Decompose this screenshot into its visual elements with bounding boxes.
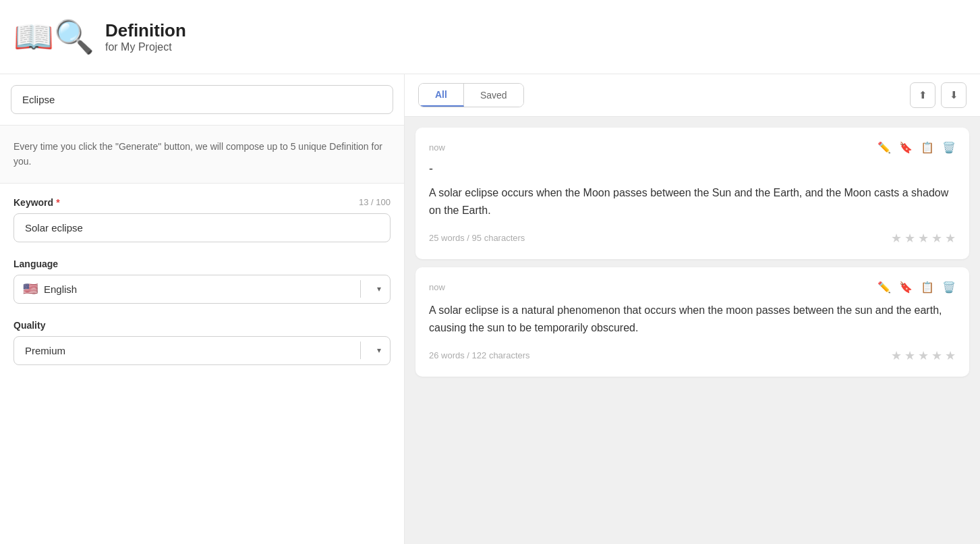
- results-list: now ✏️ 🔖 📋 🗑️ - A solar eclipse occurs w…: [405, 117, 980, 544]
- language-select[interactable]: English Spanish French German: [13, 275, 391, 304]
- app-title: Definition: [105, 20, 186, 41]
- form-section: Keyword * 13 / 100 Language 🇺🇸 English S…: [0, 184, 404, 379]
- star-2-3[interactable]: ★: [918, 348, 929, 363]
- app-header: 📖🔍 Definition for My Project: [0, 0, 980, 74]
- result-footer-1: 25 words / 95 characters ★ ★ ★ ★ ★: [429, 231, 956, 246]
- instruction-text: Every time you click the "Generate" butt…: [13, 139, 391, 169]
- tab-group: All Saved: [418, 83, 524, 107]
- delete-icon-1[interactable]: 🗑️: [942, 141, 956, 154]
- quality-select-wrapper: Premium Standard Basic ▾: [13, 336, 391, 365]
- search-container: [0, 74, 404, 126]
- bookmark-icon-2[interactable]: 🔖: [899, 281, 913, 294]
- result-card-header-1: now ✏️ 🔖 📋 🗑️: [429, 141, 956, 154]
- download-icon: ⬇: [950, 89, 958, 101]
- left-panel: Every time you click the "Generate" butt…: [0, 74, 405, 544]
- result-stats-1: 25 words / 95 characters: [429, 233, 525, 243]
- language-group: Language 🇺🇸 English Spanish French Germa…: [13, 259, 391, 304]
- result-text-1: A solar eclipse occurs when the Moon pas…: [429, 184, 956, 220]
- star-2-1[interactable]: ★: [891, 348, 902, 363]
- result-text-2: A solar eclipse is a natural phenomenon …: [429, 302, 956, 337]
- star-2-2[interactable]: ★: [904, 348, 915, 363]
- keyword-input[interactable]: [13, 213, 391, 242]
- copy-icon-1[interactable]: 📋: [921, 141, 934, 154]
- header-title-group: Definition for My Project: [105, 20, 186, 53]
- copy-icon-2[interactable]: 📋: [921, 281, 934, 294]
- result-dash-1: -: [429, 162, 956, 176]
- star-rating-2: ★ ★ ★ ★ ★: [891, 348, 956, 363]
- result-actions-1: ✏️ 🔖 📋 🗑️: [877, 141, 956, 154]
- instruction-box: Every time you click the "Generate" butt…: [0, 126, 404, 184]
- result-card-2: now ✏️ 🔖 📋 🗑️ A solar eclipse is a natur…: [415, 267, 969, 377]
- right-panel: All Saved ⬆ ⬇ now ✏️ 🔖 📋 🗑️: [405, 74, 980, 544]
- keyword-char-count: 13 / 100: [359, 197, 391, 207]
- result-card-header-2: now ✏️ 🔖 📋 🗑️: [429, 281, 956, 294]
- share-icon: ⬆: [919, 89, 927, 101]
- app-icon: 📖🔍: [13, 18, 94, 56]
- share-button[interactable]: ⬆: [910, 82, 935, 108]
- keyword-label: Keyword * 13 / 100: [13, 197, 391, 208]
- quality-group: Quality Premium Standard Basic ▾: [13, 320, 391, 365]
- star-1-4[interactable]: ★: [931, 231, 942, 246]
- language-select-wrapper: 🇺🇸 English Spanish French German ▾: [13, 275, 391, 304]
- star-2-4[interactable]: ★: [931, 348, 942, 363]
- keyword-group: Keyword * 13 / 100: [13, 197, 391, 242]
- result-timestamp-2: now: [429, 282, 445, 292]
- main-layout: Every time you click the "Generate" butt…: [0, 74, 980, 544]
- result-timestamp-1: now: [429, 142, 445, 153]
- download-button[interactable]: ⬇: [941, 82, 967, 108]
- app-subtitle: for My Project: [105, 41, 186, 53]
- star-1-5[interactable]: ★: [945, 231, 956, 246]
- required-star: *: [56, 197, 59, 208]
- bookmark-icon-1[interactable]: 🔖: [899, 141, 913, 154]
- quality-label: Quality: [13, 320, 391, 331]
- edit-icon-2[interactable]: ✏️: [877, 281, 891, 294]
- tab-saved[interactable]: Saved: [464, 84, 523, 107]
- delete-icon-2[interactable]: 🗑️: [942, 281, 956, 294]
- star-rating-1: ★ ★ ★ ★ ★: [891, 231, 956, 246]
- tab-all[interactable]: All: [419, 84, 464, 107]
- search-input[interactable]: [11, 85, 393, 114]
- quality-select[interactable]: Premium Standard Basic: [13, 336, 391, 365]
- language-label: Language: [13, 259, 391, 269]
- result-card-1: now ✏️ 🔖 📋 🗑️ - A solar eclipse occurs w…: [415, 128, 969, 259]
- result-footer-2: 26 words / 122 characters ★ ★ ★ ★ ★: [429, 348, 956, 363]
- result-stats-2: 26 words / 122 characters: [429, 350, 530, 360]
- star-1-2[interactable]: ★: [904, 231, 915, 246]
- right-header: All Saved ⬆ ⬇: [405, 74, 980, 117]
- edit-icon-1[interactable]: ✏️: [877, 141, 891, 154]
- quality-select-divider: [360, 342, 361, 359]
- select-divider: [360, 280, 361, 298]
- star-1-3[interactable]: ★: [918, 231, 929, 246]
- star-1-1[interactable]: ★: [891, 231, 902, 246]
- result-actions-2: ✏️ 🔖 📋 🗑️: [877, 281, 956, 294]
- star-2-5[interactable]: ★: [945, 348, 956, 363]
